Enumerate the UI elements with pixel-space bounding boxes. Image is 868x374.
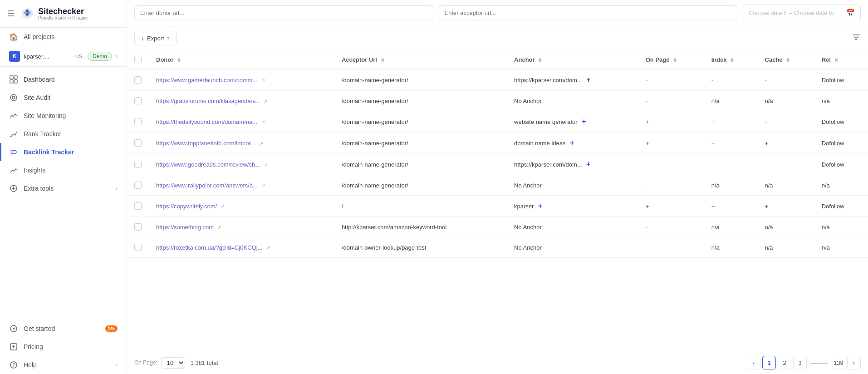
anchor-cell: https://kparser.com/dom... + (507, 69, 638, 91)
next-page-button[interactable]: › (847, 356, 861, 369)
index-value: + (711, 118, 715, 125)
on-page-cell: - (638, 217, 704, 237)
sidebar-item-insights[interactable]: Insights (0, 161, 127, 179)
row-checkbox[interactable] (134, 182, 142, 189)
external-link-icon: ↗ (266, 245, 270, 251)
help-icon: ? (9, 360, 18, 369)
anchor-label: Anchor (514, 56, 535, 63)
anchor-expand-button[interactable]: + (570, 139, 574, 147)
sidebar-item-all-projects[interactable]: 🏠 All projects (0, 28, 127, 46)
on-page-cell: - (638, 175, 704, 196)
index-cell: n/a (704, 91, 758, 111)
row-checkbox[interactable] (134, 161, 142, 168)
donor-link[interactable]: https://www.goodreads.com/review/sh... (156, 161, 260, 168)
sidebar-item-extra-tools[interactable]: Extra tools › (0, 179, 127, 197)
svg-rect-6 (14, 76, 17, 79)
on-page-label: On Page: (134, 359, 157, 366)
pricing-icon (9, 342, 18, 351)
anchor-value: https://kparser.com/dom... (514, 161, 582, 168)
row-checkbox[interactable] (134, 139, 142, 147)
on-page-column-header[interactable]: On Page ⇅ (638, 50, 704, 69)
on-page-value: - (646, 161, 647, 168)
home-icon: 🏠 (9, 32, 18, 41)
get-started-badge: 3/5 (105, 325, 118, 332)
site-monitoring-icon (9, 111, 18, 120)
sidebar-item-site-audit[interactable]: Site Audit (0, 89, 127, 107)
logo-icon (20, 6, 34, 21)
page-2-button[interactable]: 2 (778, 356, 791, 369)
sidebar-item-get-started[interactable]: Get started 3/5 (0, 320, 127, 338)
page-size-select[interactable]: 10 25 50 (161, 357, 185, 369)
svg-point-9 (10, 94, 17, 101)
table-container: Donor ⇅ Acceptor Url ⇅ Anchor ⇅ On Page … (127, 50, 868, 351)
anchor-column-header[interactable]: Anchor ⇅ (507, 50, 638, 69)
sort-icon: ⇅ (673, 58, 677, 63)
svg-text:?: ? (12, 363, 15, 368)
total-count: 1 381 total (191, 359, 218, 366)
donor-url-input[interactable] (134, 5, 433, 20)
sort-icon: ⇅ (834, 58, 838, 63)
rel-value: Dofollow (822, 77, 844, 84)
donor-link[interactable]: https://www.topplanetinfo.com/impor... (156, 140, 255, 147)
donor-link[interactable]: https://gratisforums.com/klasagenda/v... (156, 98, 260, 104)
donor-link[interactable]: https://rozetka.com.ua/?gclid=Cj0KCQj... (156, 244, 262, 251)
row-checkbox[interactable] (134, 223, 142, 231)
filter-icon[interactable] (852, 33, 861, 44)
donor-link[interactable]: https://www.gamerlaunch.com/comm... (156, 77, 257, 84)
rel-value: Dofollow (822, 118, 844, 125)
donor-cell: https://www.gamerlaunch.com/comm... ↗ (149, 69, 334, 91)
acceptor-url-value: /domain-name-generator/ (342, 77, 408, 84)
sidebar-item-backlink-tracker[interactable]: Backlink Tracker (0, 143, 127, 161)
acceptor-url-cell: /domain-name-generator/ (334, 154, 507, 175)
rel-value: n/a (822, 244, 830, 251)
donor-column-header[interactable]: Donor ⇅ (149, 50, 334, 69)
cache-value: n/a (765, 224, 773, 231)
cache-column-header[interactable]: Cache ⇅ (758, 50, 814, 69)
hamburger-icon[interactable]: ☰ (7, 9, 15, 19)
index-column-header[interactable]: Index ⇅ (704, 50, 758, 69)
donor-link[interactable]: https://something.com (156, 224, 214, 231)
anchor-expand-button[interactable]: + (538, 202, 542, 210)
cache-cell: + (758, 196, 814, 217)
anchor-value: No Anchor (514, 224, 542, 231)
sidebar-item-help[interactable]: ? Help › (0, 356, 127, 374)
dashboard-icon (9, 75, 18, 84)
row-checkbox[interactable] (134, 76, 142, 84)
sidebar-item-site-monitoring[interactable]: Site Monitoring (0, 107, 127, 125)
on-page-cell: - (638, 69, 704, 91)
prev-page-button[interactable]: ‹ (747, 356, 760, 369)
cache-cell: - (758, 154, 814, 175)
donor-link[interactable]: https://thedailysound.com/domain-na... (156, 118, 257, 125)
cache-cell: n/a (758, 237, 814, 258)
last-page-button[interactable]: 139 (832, 356, 845, 369)
acceptor-url-column-header[interactable]: Acceptor Url ⇅ (334, 50, 507, 69)
anchor-expand-button[interactable]: + (582, 118, 586, 125)
sidebar-item-rank-tracker[interactable]: Rank Tracker (0, 125, 127, 143)
row-checkbox[interactable] (134, 97, 142, 104)
external-link-icon: ↗ (261, 78, 265, 83)
donor-link[interactable]: https://www.rallypoint.com/answers/a... (156, 182, 258, 189)
anchor-expand-button[interactable]: + (586, 160, 590, 168)
sidebar-item-label: Rank Tracker (24, 130, 118, 138)
extra-tools-icon (9, 184, 18, 193)
donor-link[interactable]: https://copywritely.com/ (156, 203, 217, 210)
rel-column-header[interactable]: Rel ⇅ (814, 50, 868, 69)
table-row: https://www.rallypoint.com/answers/a... … (127, 175, 868, 196)
row-checkbox[interactable] (134, 244, 142, 251)
acceptor-url-input[interactable] (439, 5, 738, 20)
export-button[interactable]: ↓ Export ▾ (134, 31, 177, 45)
project-chevron-icon[interactable]: › (116, 53, 118, 59)
page-1-button[interactable]: 1 (762, 356, 776, 369)
on-page-cell: - (638, 91, 704, 111)
acceptor-url-value: /domain-owner-lookup/page-test (342, 244, 426, 251)
acceptor-url-value: http://kparser.com/amazon-keyword-tool (342, 224, 446, 231)
sidebar-item-dashboard[interactable]: Dashboard (0, 70, 127, 89)
date-range-input[interactable]: Choose date fr – Choose date to 📅 (743, 5, 861, 21)
row-checkbox[interactable] (134, 202, 142, 210)
anchor-expand-button[interactable]: + (586, 76, 590, 84)
sidebar-item-pricing[interactable]: Pricing (0, 338, 127, 356)
row-checkbox[interactable] (134, 118, 142, 125)
page-3-button[interactable]: 3 (793, 356, 807, 369)
index-cell: - (704, 69, 758, 91)
select-all-checkbox[interactable] (134, 56, 142, 63)
